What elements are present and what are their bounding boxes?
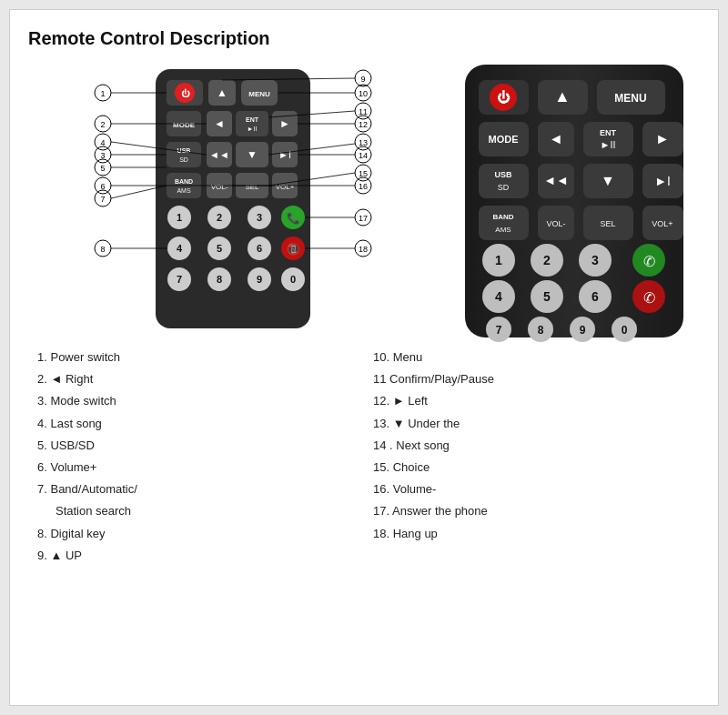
svg-text:5: 5 (100, 164, 105, 173)
svg-text:USB: USB (177, 147, 191, 154)
svg-text:8: 8 (538, 324, 544, 337)
description-right: 10. Menu 11 Confirm/Play/Pause 12. ► Lef… (364, 349, 700, 687)
diagram-area: ⏻ ▲ MENU MODE ◄ ENT ►II ► (28, 60, 429, 342)
desc-item-5: 5. USB/SD (37, 438, 355, 454)
desc-item-12: 12. ► Left (373, 393, 691, 409)
svg-text:18: 18 (359, 245, 368, 254)
desc-item-13: 13. ▼ Under the (373, 416, 691, 432)
svg-text:SD: SD (498, 183, 510, 192)
svg-text:📞: 📞 (287, 211, 300, 225)
svg-text:0: 0 (290, 274, 296, 285)
desc-item-9: 9. ▲ UP (37, 548, 355, 564)
svg-text:▲: ▲ (217, 86, 228, 99)
svg-text:7: 7 (496, 324, 502, 337)
svg-text:VOL+: VOL+ (652, 219, 672, 228)
svg-text:USB: USB (494, 170, 512, 179)
svg-text:0: 0 (622, 324, 628, 337)
svg-text:✆: ✆ (643, 254, 655, 269)
svg-text:8: 8 (100, 245, 105, 254)
svg-text:►: ► (279, 117, 290, 130)
svg-text:6: 6 (592, 289, 599, 304)
svg-text:MODE: MODE (489, 134, 519, 145)
desc-item-14: 14 . Next song (373, 438, 691, 454)
desc-item-4: 4. Last song (37, 416, 355, 432)
svg-text:◄: ◄ (549, 131, 563, 146)
svg-rect-130 (479, 164, 529, 198)
svg-text:14: 14 (359, 151, 368, 160)
svg-text:5: 5 (217, 243, 222, 254)
svg-text:SEL: SEL (600, 219, 615, 228)
desc-item-18: 18. Hang up (373, 526, 691, 542)
svg-text:4: 4 (177, 243, 183, 254)
desc-item-1: 1. Power switch (37, 349, 355, 366)
desc-item-8: 8. Digital key (37, 526, 355, 542)
svg-text:10: 10 (359, 89, 368, 98)
svg-rect-17 (167, 142, 201, 167)
svg-text:VOL-: VOL- (211, 183, 228, 191)
page-title: Remote Control Description (28, 28, 700, 49)
description-left: 1. Power switch 2. ◄ Right 3. Mode switc… (28, 349, 364, 687)
svg-text:⏻: ⏻ (497, 90, 511, 105)
remote-photo: ⏻ ▲ MENU MODE ◄ ENT ►II (447, 60, 702, 342)
svg-text:12: 12 (359, 120, 368, 129)
svg-text:VOL-: VOL- (546, 219, 565, 228)
svg-text:▼: ▼ (247, 148, 258, 161)
svg-text:1: 1 (177, 212, 182, 223)
svg-text:SEL: SEL (245, 183, 259, 191)
svg-text:ENT: ENT (600, 128, 617, 137)
svg-text:6: 6 (257, 243, 262, 254)
svg-text:7: 7 (177, 274, 182, 285)
svg-text:►II: ►II (248, 126, 258, 132)
svg-text:16: 16 (359, 182, 368, 191)
svg-text:►: ► (655, 131, 670, 146)
svg-text:1: 1 (100, 89, 105, 98)
desc-item-6: 6. Volume+ (37, 459, 355, 476)
svg-text:▲: ▲ (554, 87, 571, 106)
svg-text:9: 9 (360, 75, 365, 84)
svg-text:2: 2 (543, 253, 551, 267)
desc-item-7: 7. Band/Automatic/ (37, 481, 355, 498)
svg-text:4: 4 (495, 289, 502, 304)
svg-text:AMS: AMS (177, 187, 191, 194)
svg-text:9: 9 (580, 324, 586, 337)
svg-text:3: 3 (257, 212, 262, 223)
svg-text:2: 2 (217, 212, 222, 223)
desc-item-17: 17. Answer the phone (373, 503, 691, 519)
desc-item-10: 10. Menu (373, 349, 691, 366)
svg-text:MENU: MENU (614, 92, 646, 105)
desc-item-16: 16. Volume- (373, 481, 691, 498)
svg-text:▼: ▼ (601, 173, 615, 188)
svg-text:MODE: MODE (173, 121, 196, 129)
svg-rect-12 (236, 111, 268, 136)
svg-text:►I: ►I (654, 174, 671, 188)
svg-text:◄◄: ◄◄ (209, 149, 229, 160)
desc-item-11: 11 Confirm/Play/Pause (373, 371, 691, 388)
svg-text:ENT: ENT (246, 116, 259, 123)
svg-text:3: 3 (592, 253, 599, 267)
svg-text:5: 5 (543, 289, 551, 304)
svg-text:✆: ✆ (643, 290, 655, 306)
svg-rect-139 (479, 206, 529, 240)
svg-text:7: 7 (100, 195, 105, 204)
svg-text:◄: ◄ (214, 117, 225, 130)
svg-text:9: 9 (257, 274, 262, 285)
svg-text:17: 17 (359, 214, 368, 223)
desc-item-7b: Station search (37, 503, 355, 519)
svg-text:SD: SD (179, 156, 188, 163)
svg-text:8: 8 (217, 274, 222, 285)
svg-text:BAND: BAND (175, 178, 193, 185)
svg-text:2: 2 (100, 120, 105, 129)
svg-text:1: 1 (495, 253, 502, 267)
svg-text:►II: ►II (601, 139, 616, 150)
svg-text:4: 4 (100, 138, 105, 147)
svg-text:◄◄: ◄◄ (543, 173, 569, 187)
svg-text:⏻: ⏻ (181, 88, 190, 98)
svg-text:MENU: MENU (248, 90, 270, 98)
description-section: 1. Power switch 2. ◄ Right 3. Mode switc… (28, 349, 700, 687)
svg-text:►I: ►I (278, 149, 291, 160)
svg-text:BAND: BAND (492, 213, 513, 221)
svg-text:AMS: AMS (495, 226, 511, 234)
desc-item-2: 2. ◄ Right (37, 371, 355, 388)
desc-item-3: 3. Mode switch (37, 393, 355, 409)
desc-item-15: 15. Choice (373, 459, 691, 476)
